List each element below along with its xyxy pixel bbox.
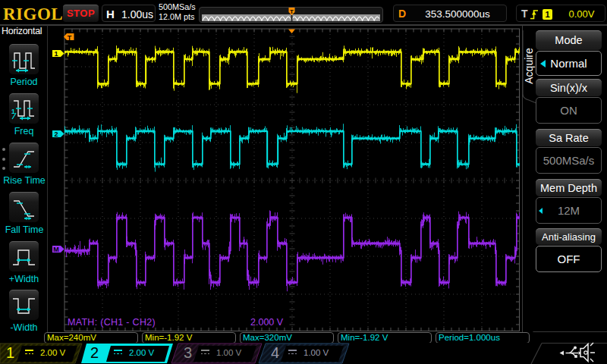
svg-text:T: T [68, 34, 72, 42]
svg-text:2: 2 [54, 130, 58, 138]
svg-text:1: 1 [54, 50, 58, 58]
svg-text:M: M [53, 246, 59, 253]
